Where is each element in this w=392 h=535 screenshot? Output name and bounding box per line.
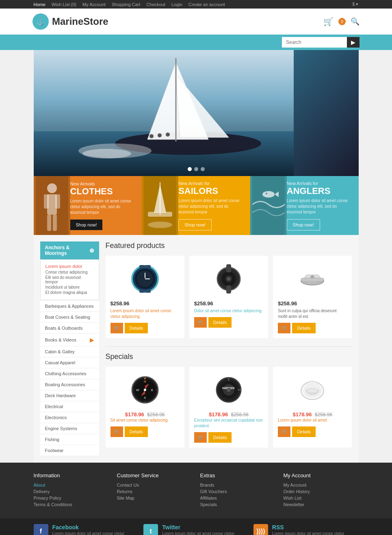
sidebar-item-fishing[interactable]: Fishing [40, 434, 99, 445]
special-price-row-2: $178.96 $258.96 [194, 411, 263, 418]
special-desc-1: Sit amet conse ctetur adipiscing [110, 418, 180, 423]
add-to-cart-button-1[interactable]: 🛒 [110, 323, 123, 333]
sidebar: Anchors & Moorings ⊕ Lorem ipsum dolor C… [40, 241, 99, 456]
svg-rect-16 [47, 215, 51, 231]
sidebar-item-label: Boating Accessories [45, 382, 85, 387]
hero-dot-1[interactable] [188, 167, 192, 171]
product-price-1: $258.96 [110, 300, 180, 307]
sidebar-item-boats-outboards[interactable]: Boats & Outboards [40, 323, 99, 334]
nav-create-account[interactable]: Create an account [188, 2, 225, 7]
svg-rect-35 [145, 289, 151, 293]
product-price-3: $258.96 [278, 300, 347, 307]
top-bar: Home Wish List (0) My Account Shopping C… [0, 0, 392, 9]
nav-home[interactable]: Home [34, 2, 45, 7]
sidebar-item-label: Electronics [45, 415, 67, 420]
special-actions-1: 🛒 Details [110, 426, 180, 437]
svg-rect-21 [148, 212, 172, 217]
twitter-icon[interactable]: t [143, 524, 158, 535]
product-actions-2: 🛒 Details [194, 317, 263, 328]
svg-rect-17 [53, 215, 57, 231]
details-special-3[interactable]: Details [292, 426, 316, 437]
sidebar-item-barbeques[interactable]: Barbeques & Appliances [40, 301, 99, 312]
details-special-1[interactable]: Details [125, 426, 148, 437]
details-button-3[interactable]: Details [292, 323, 316, 333]
sidebar-item-cabin-galley[interactable]: Cabin & Galley [40, 346, 99, 357]
nav-compass-svg [296, 374, 329, 406]
sidebar-item-arrow-icon: ▶ [90, 337, 94, 343]
hero-dot-3[interactable] [201, 167, 205, 171]
rss-icon[interactable]: )))) [253, 524, 268, 535]
nav-checkout[interactable]: Checkout [146, 2, 165, 7]
sidebar-dropdown-link[interactable]: Lorem ipsum dolor [45, 264, 94, 269]
cart-count-badge[interactable]: 0 [338, 18, 346, 25]
footer-social-inner: f Facebook Lorem ipsum dolor sit amet co… [34, 524, 359, 535]
add-to-cart-special-2[interactable]: 🛒 [194, 432, 207, 443]
sidebar-toggle-icon[interactable]: ⊕ [89, 247, 94, 254]
currency-selector[interactable]: $ ▾ [352, 2, 358, 7]
sidebar-item-label: Clothing Accessories [45, 371, 87, 376]
special-desc-3: Lorem ipsum dolor sit amet [278, 418, 347, 423]
sidebar-item-engine-systems[interactable]: Engine Systems [40, 423, 99, 434]
nav-wishlist[interactable]: Wish List (0) [52, 2, 76, 7]
special-actions-2: 🛒 Details [194, 432, 263, 443]
facebook-icon[interactable]: f [34, 524, 48, 535]
promo-desc-clothes: Lorem ipsum dolor sit amet conse ctetur … [70, 198, 136, 215]
nav-cart[interactable]: Shopping Cart [112, 2, 140, 7]
promo-btn-sailors[interactable]: Shop now! [178, 219, 212, 231]
special-price-sale-2: $178.96 [209, 411, 228, 418]
search-input[interactable] [282, 37, 347, 48]
footer-col-service: Customer Service Contact Us Returns Site… [117, 472, 192, 509]
svg-rect-14 [44, 194, 49, 209]
add-to-cart-special-1[interactable]: 🛒 [110, 426, 123, 437]
svg-rect-46 [301, 278, 324, 281]
special-price-orig-3: $258.96 [315, 412, 332, 418]
hero-dot-2[interactable] [194, 167, 198, 171]
product-desc-3: Sunt in culpa qui officia deserunt molli… [278, 308, 347, 320]
nav-myaccount[interactable]: My Account [82, 2, 106, 7]
special-image-1: N S E W [110, 372, 180, 408]
sidebar-item-label: Electrical [45, 404, 63, 409]
sidebar-item-books-videos[interactable]: Books & Videos ▶ [40, 334, 99, 346]
cart-icon[interactable]: 🛒 [323, 17, 334, 26]
add-to-cart-special-3[interactable]: 🛒 [278, 426, 290, 437]
watch-svg [129, 263, 161, 295]
sidebar-item-footwear[interactable]: Footwear [40, 445, 99, 456]
add-to-cart-button-3[interactable]: 🛒 [278, 323, 290, 333]
special-price-orig-1: $258.96 [147, 412, 165, 418]
special-price-sale-1: $178.96 [125, 411, 144, 418]
search-submit-button[interactable]: ▶ [347, 37, 360, 48]
promo-btn-clothes[interactable]: Shop now! [70, 220, 103, 230]
sidebar-item-boating-accessories[interactable]: Boating Accessories [40, 379, 99, 390]
promo-card-clothes: New Arrivals CLOTHES Lorem ipsum dolor s… [34, 176, 142, 235]
sidebar-item-deck-hardware[interactable]: Deck Hardware [40, 390, 99, 401]
promo-btn-anglers[interactable]: Shop now! [287, 219, 320, 231]
logo-link[interactable]: ⚓ MarineStore [32, 13, 108, 30]
svg-text:E: E [151, 388, 153, 392]
details-button-1[interactable]: Details [125, 323, 148, 333]
facebook-label[interactable]: Facebook [52, 524, 125, 531]
footer-extras-title: Extras [200, 472, 275, 478]
svg-text:W: W [136, 388, 139, 392]
search-toggle-icon[interactable]: 🔍 [351, 17, 360, 26]
sidebar-item-boat-covers[interactable]: Boat Covers & Seating [40, 312, 99, 323]
details-button-2[interactable]: Details [208, 317, 232, 328]
twitter-desc: Lorem ipsum dolor sit amet conse ctetur [162, 531, 234, 535]
rss-label[interactable]: RSS [272, 524, 344, 531]
footer-about-link[interactable]: About [34, 483, 109, 487]
product-image-3 [278, 261, 347, 297]
section-divider [106, 346, 352, 347]
svg-point-26 [266, 193, 267, 194]
svg-point-6 [149, 134, 154, 138]
special-product-2: HARKEN $178.96 $258.96 Excepteur sint oc… [189, 367, 268, 448]
sidebar-item-electrical[interactable]: Electrical [40, 401, 99, 412]
sidebar-item-clothing-accessories[interactable]: Clothing Accessories [40, 368, 99, 379]
twitter-label[interactable]: Twitter [162, 524, 234, 531]
sidebar-item-electronics[interactable]: Electronics [40, 412, 99, 423]
featured-product-2: $258.96 Dolor sit amet conse ctetur adip… [189, 256, 268, 338]
nav-login[interactable]: Login [171, 2, 182, 7]
footer-delivery-link: Delivery [34, 489, 109, 494]
sidebar-dropdown: Lorem ipsum dolor Conse ctetur adipiscin… [40, 259, 99, 300]
details-special-2[interactable]: Details [208, 432, 232, 443]
sidebar-item-casual-apparel[interactable]: Casual Apparel [40, 357, 99, 368]
add-to-cart-button-2[interactable]: 🛒 [194, 317, 207, 328]
